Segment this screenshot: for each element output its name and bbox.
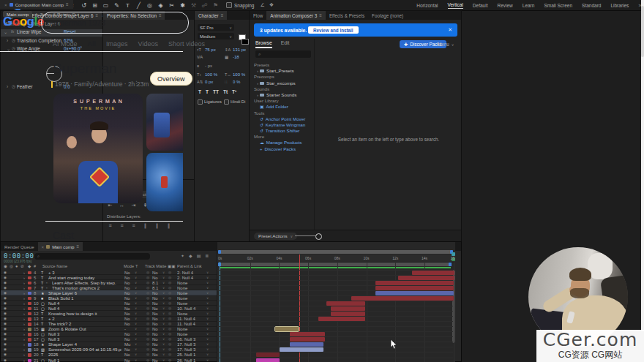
layer-label-chip[interactable] [28,323,31,326]
layer-row[interactable]: ◉›4T+ 3No∨◎No∨◎2. Null 4∨ [1,270,217,275]
layer-mode-select[interactable]: No [124,358,134,362]
ac-subtab-browse[interactable]: Browse [255,40,272,48]
review-install-button[interactable]: Review and Install [308,26,359,34]
timeline-layer-bar[interactable] [412,271,454,275]
layer-row[interactable]: ◉›19▨Screenshot 2025-09-04 at 10.15.49.p… [1,347,217,352]
tree-item-keyframe-wingman[interactable]: ↺Keyframe Wingman [252,122,312,128]
puppet-pin-tool[interactable]: ✱ [178,1,187,10]
roto-brush-tool[interactable]: ✂ [167,1,176,10]
google-logo[interactable]: Google [3,20,44,29]
ac-search-input[interactable]: ⌕ [255,50,311,58]
layer-label-chip[interactable] [28,302,31,306]
clone-stamp-tool[interactable]: ◎ [145,1,154,10]
type-tool[interactable]: T [123,1,132,10]
distribute-icon[interactable]: ≡ [107,222,113,229]
layer-row[interactable]: ◉›10▢Null 4No∨◎No∨◎None∨ [1,301,217,306]
panel-menu-icon[interactable]: ≡ [319,13,322,18]
overview-button[interactable]: Overview [150,72,183,86]
tree-item-transition-shifter[interactable]: ↺Transition Shifter [252,128,312,134]
layer-row[interactable]: ◉›14TThe trick? 2No∨◎No∨◎11. Null 4∨ [1,322,217,327]
distribute-icon[interactable]: ≡ [119,222,125,229]
tree-item-manage-products[interactable]: ☁Manage Products [252,140,312,146]
tree-item[interactable]: ›Start_Presets [252,68,312,74]
tab-animation-composer-3[interactable]: Animation Composer 3 ≡ [266,11,326,20]
timeline-layer-bar[interactable] [280,347,323,352]
timeline-layer-bar[interactable] [375,281,454,285]
workspace-tab-review[interactable]: Review [497,3,512,8]
stroke-width-value[interactable]: - px [205,64,212,68]
eraser-tool[interactable]: ◈ [156,1,165,10]
layer-label-chip[interactable] [28,359,31,362]
layer-visibility-toggle[interactable]: ◉ [4,358,7,362]
work-area-end-handle[interactable] [449,263,452,266]
timeline-layer-bar[interactable] [331,306,365,311]
grid-overlay-icon[interactable]: ❖ [269,2,274,8]
axis-mode-tool[interactable]: ⚒ [189,1,198,10]
workspace-tab-standard[interactable]: Standard [582,3,601,8]
timeline-layer-bar[interactable] [290,332,325,336]
stopwatch-icon[interactable]: ◷ [12,84,15,88]
layer-row[interactable]: ◉›16▢Null 3No∨◎No∨◎None∨ [1,332,217,337]
close-icon[interactable]: ✕ [448,27,452,33]
timeline-layer-bar[interactable] [256,352,280,357]
font-size-value[interactable]: 75 px [205,48,216,52]
twirl-icon[interactable]: › [7,38,8,43]
font-style-select[interactable]: Medium∨ [198,33,234,39]
tree-item-discover-packs-link[interactable]: +Discover Packs [252,146,312,152]
flag-tool[interactable]: ⚑ [211,1,220,10]
workspace-tab-horizontal[interactable]: Horizontal [416,3,438,8]
tab-flow[interactable]: Flow [250,11,266,20]
stopwatch-icon[interactable]: ◷ [12,38,15,42]
parent-pickwhip-icon[interactable]: ◎ [168,358,171,362]
shared-view-tool[interactable]: ☍ [200,1,209,10]
distribute-icon[interactable]: ∥ [165,222,172,229]
faux-style-button[interactable]: T¹ [232,89,236,94]
layer-row[interactable]: ◉›6T▫Learn After Effects. Step by step.N… [1,280,217,285]
rotation-tool[interactable]: ↺ [79,1,89,10]
preset-actions-dropdown[interactable]: Preset Actions∨ [254,233,297,240]
layer-label-chip[interactable] [28,338,31,342]
angle-icon[interactable]: ∠ [260,2,264,8]
distribute-icon[interactable]: ∥ [142,222,149,229]
poster-thumb-comic[interactable] [146,94,183,151]
distribute-icon[interactable]: ≡ [130,222,137,229]
timeline-layer-bar[interactable] [398,276,454,280]
timeline-layer-bar[interactable] [375,286,454,290]
distribute-icon[interactable]: ∥ [154,222,160,229]
workspace-tab-vertical[interactable]: Vertical [448,2,463,9]
pen-tool[interactable]: ✎ [112,1,121,10]
snapping-checkbox[interactable] [226,2,232,8]
twirl-icon[interactable]: › [257,92,258,97]
tsume-value[interactable]: 0 % [233,80,249,84]
twirl-icon[interactable]: › [7,84,8,89]
checkbox-icon[interactable] [224,99,229,105]
layer-label-chip[interactable] [28,307,31,311]
layer-row[interactable]: ◉›21▢Null 1No∨◎No∨◎26. Null 1∨ [1,358,217,362]
tree-item[interactable]: ›Starter Sounds [252,92,312,98]
layer-row[interactable]: ◉›7T▫That's motion graphics 2No∨◎8.1∨◎No… [1,285,217,290]
timeline-layer-bar[interactable] [351,296,454,301]
twirl-icon[interactable]: ⌄ [7,46,10,51]
kebab-menu-icon[interactable]: ⋮ [133,80,140,87]
layer-label-chip[interactable] [28,317,31,321]
layer-label-chip[interactable] [28,292,31,295]
layer-label-chip[interactable] [28,282,31,285]
timeline-layer-bar[interactable] [290,337,325,342]
layer-row[interactable]: ◉›17▢Null 3No∨◎No∨◎16. Null 3∨ [1,337,217,342]
layer-label-chip[interactable] [28,271,31,275]
stopwatch-icon[interactable]: ◷ [12,46,15,50]
shape-tool[interactable]: ▭ [101,1,111,10]
layer-row[interactable]: ◉›5TAnd start creating todayNo∨◎No∨◎2. N… [1,275,217,280]
twirl-icon[interactable]: › [257,68,258,73]
ligatures-checkbox[interactable]: Ligatures [198,99,222,105]
faux-style-button[interactable]: Tt [223,89,228,94]
tree-item[interactable]: ›Star_excomps [252,80,312,86]
navigator-start-handle[interactable] [218,250,221,254]
tracking-value[interactable]: -18 [233,55,249,59]
movie-poster[interactable]: S U P E R M A N THE MOVIE [53,94,143,203]
timeline-layer-bar[interactable] [375,291,454,295]
layer-row[interactable]: ◉›20T2025No∨◎No∨◎25. Null 1∨ [1,352,217,358]
close-icon[interactable]: × [4,2,7,7]
tab-character[interactable]: Character ≡ [195,11,227,20]
layer-label-chip[interactable] [28,328,31,331]
